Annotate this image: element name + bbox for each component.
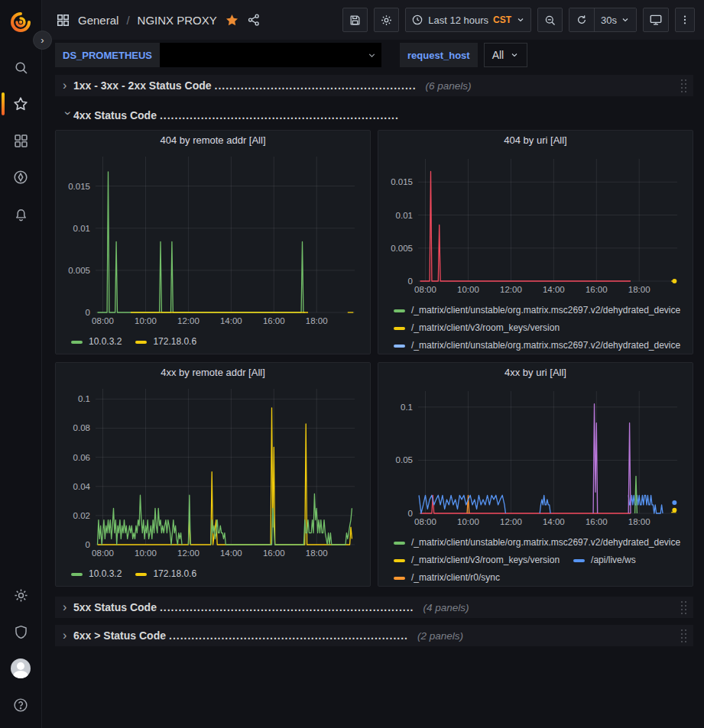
header-actions: Last 12 hours CST 30s (342, 8, 695, 32)
sidebar-expand-button[interactable]: › (33, 31, 52, 50)
legend-swatch (394, 577, 405, 580)
bell-icon (13, 206, 29, 222)
chevron-right-icon: › (63, 629, 73, 642)
row-5xx[interactable]: › 5xx Status Code ......................… (55, 597, 693, 618)
row-drag-handle[interactable] (680, 628, 687, 643)
legend-swatch (394, 309, 405, 312)
apps-icon[interactable] (56, 13, 70, 28)
refresh-interval-dropdown[interactable]: 30s (594, 8, 636, 31)
favorite-star-icon[interactable] (225, 13, 239, 28)
legend-item[interactable]: /_matrix/client/unstable/org.matrix.msc2… (394, 302, 680, 319)
sidebar-bottom (0, 577, 41, 728)
variable-ds-label[interactable]: DS_PROMETHEUS (55, 43, 160, 67)
x-axis-label: 12:00 (177, 316, 200, 325)
legend-item[interactable]: 10.0.3.2 (71, 565, 122, 583)
zoom-out-button[interactable] (537, 8, 563, 32)
row-dots: ........................................… (160, 109, 399, 121)
panel-legend: /_matrix/client/unstable/org.matrix.msc2… (383, 531, 688, 583)
y-axis-label: 0.04 (73, 482, 91, 491)
legend-label: /api/live/ws (591, 552, 636, 569)
legend-item[interactable]: 172.18.0.6 (135, 333, 196, 351)
kebab-menu-button[interactable] (675, 8, 695, 32)
row-drag-handle[interactable] (680, 600, 687, 615)
panel-4xx-by-uri: 4xx by uri [All] 00.050.108:0010:0012:00… (378, 362, 693, 587)
legend-item[interactable]: /_matrix/client/v3/room_keys/version (394, 552, 560, 569)
panel-title[interactable]: 4xx by uri [All] (383, 367, 688, 385)
legend-label: 172.18.0.6 (153, 565, 196, 583)
legend-item[interactable]: 10.0.3.2 (71, 333, 122, 351)
legend-swatch (394, 542, 405, 545)
y-axis-label: 0.01 (396, 211, 413, 220)
dashboards-grid-icon (13, 133, 29, 149)
time-series-chart[interactable]: 00.0050.010.01508:0010:0012:0014:0016:00… (383, 153, 688, 299)
chevron-down-icon (516, 15, 525, 24)
row-drag-handle[interactable] (680, 78, 687, 93)
x-axis-label: 10:00 (457, 285, 479, 294)
legend-item[interactable]: /api/live/ws (573, 552, 636, 569)
tv-mode-button[interactable] (643, 8, 669, 32)
time-range-picker[interactable]: Last 12 hours CST (405, 8, 531, 32)
panel-legend: 10.0.3.2172.18.0.6 (60, 330, 365, 351)
y-axis-label: 0.005 (391, 244, 413, 253)
panel-title[interactable]: 4xx by remote addr [All] (60, 367, 365, 383)
row-title: 6xx > Status Code (73, 629, 166, 642)
chevron-right-icon: › (63, 79, 73, 92)
time-series-chart[interactable]: 00.050.108:0010:0012:0014:0016:0018:00 (383, 385, 688, 531)
y-axis-label: 0 (408, 277, 413, 286)
dashboard-header: General / NGINX PROXY (42, 0, 704, 40)
legend-label: 10.0.3.2 (89, 333, 122, 351)
timezone-label: CST (493, 15, 511, 25)
x-axis-label: 08:00 (414, 517, 436, 526)
row-1xx-3xx-2xx[interactable]: › 1xx - 3xx - 2xx Status Code ..........… (55, 75, 693, 96)
sidebar-item-starred[interactable] (0, 86, 42, 122)
x-axis-label: 18:00 (306, 548, 328, 558)
save-dashboard-button[interactable] (342, 8, 368, 32)
time-series-chart[interactable]: 00.0050.010.01508:0010:0012:0014:0016:00… (60, 150, 365, 330)
row-4xx[interactable]: › 4xx Status Code ......................… (55, 105, 693, 125)
y-axis-label: 0.1 (78, 394, 90, 403)
sidebar-item-alerting[interactable] (0, 196, 42, 232)
sidebar-item-server-admin[interactable] (0, 613, 42, 650)
chevron-down-icon (621, 15, 630, 24)
legend-item[interactable]: /_matrix/client/unstable/org.matrix.msc2… (394, 534, 680, 552)
grafana-logo[interactable] (8, 9, 34, 35)
row-title: 5xx Status Code (73, 601, 157, 613)
help-icon (12, 697, 29, 713)
legend-item[interactable]: /_matrix/client/v3/room_keys/version (394, 319, 560, 337)
x-axis-label: 08:00 (92, 548, 114, 558)
share-icon[interactable] (247, 13, 261, 27)
variable-host-dropdown[interactable]: All (484, 43, 528, 67)
sidebar-item-help[interactable] (0, 687, 42, 723)
row-title: 4xx Status Code (73, 109, 157, 121)
panel-legend: 10.0.3.2172.18.0.6 (60, 562, 365, 583)
panel-404-by-uri: 404 by uri [All] 00.0050.010.01508:0010:… (378, 130, 693, 354)
chevron-down-icon: › (61, 112, 75, 122)
monitor-icon (649, 13, 663, 27)
legend-item[interactable]: 172.18.0.6 (135, 565, 196, 583)
legend-item[interactable]: /_matrix/client/r0/sync (394, 569, 500, 583)
x-axis-label: 14:00 (220, 548, 242, 558)
legend-label: /_matrix/client/v3/room_keys/version (411, 319, 560, 337)
y-axis-label: 0.005 (68, 266, 90, 275)
row-6xx[interactable]: › 6xx > Status Code ....................… (55, 625, 693, 646)
legend-label: 172.18.0.6 (153, 333, 196, 351)
gear-icon (380, 14, 393, 27)
panel-title[interactable]: 404 by uri [All] (383, 134, 688, 153)
row-title: 1xx - 3xx - 2xx Status Code (73, 79, 212, 92)
panel-title[interactable]: 404 by remote addr [All] (60, 134, 365, 150)
sidebar-item-dashboards[interactable] (0, 122, 42, 159)
variable-ds-value-dropdown[interactable] (160, 43, 381, 67)
legend-item[interactable]: /_matrix/client/unstable/org.matrix.msc2… (394, 337, 680, 351)
sidebar-item-search[interactable] (0, 49, 42, 86)
x-axis-label: 14:00 (220, 316, 242, 325)
sidebar-item-configuration[interactable] (0, 577, 42, 613)
time-series-chart[interactable]: 00.020.040.060.080.108:0010:0012:0014:00… (60, 383, 365, 562)
breadcrumb-folder[interactable]: General (78, 14, 118, 27)
legend-label: /_matrix/client/unstable/org.matrix.msc2… (411, 534, 680, 552)
sidebar-item-explore[interactable] (0, 159, 42, 196)
variable-host-label[interactable]: request_host (400, 43, 478, 67)
x-axis-label: 08:00 (414, 285, 436, 294)
refresh-button[interactable] (569, 8, 594, 31)
dashboard-settings-button[interactable] (374, 8, 399, 32)
sidebar-item-profile[interactable] (0, 650, 42, 687)
